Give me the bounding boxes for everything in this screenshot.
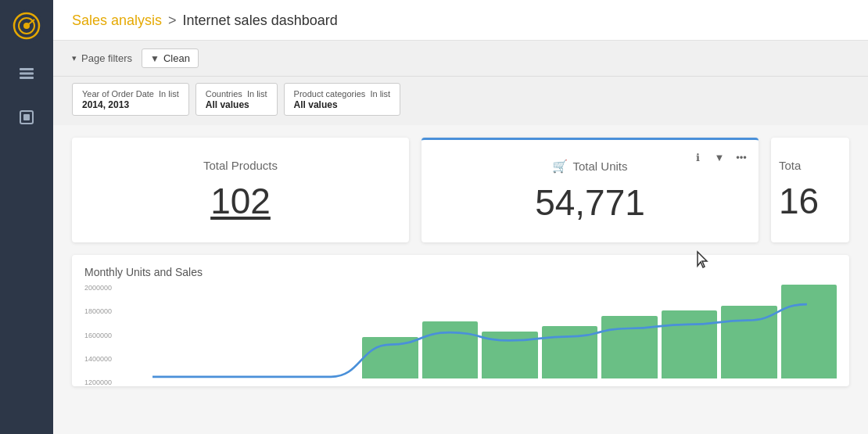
chevron-down-icon: ▾ [72, 53, 77, 63]
svg-rect-4 [20, 68, 34, 70]
chip-categories-label: Product categories In list [294, 89, 391, 99]
bar-7 [542, 326, 598, 378]
box-icon [17, 108, 36, 127]
bar-9 [662, 310, 718, 378]
info-icon[interactable]: ℹ [688, 148, 707, 167]
kpi-row: Total Products 102 ℹ ▼ ••• 🛒 Total Units… [72, 138, 849, 242]
svg-rect-8 [23, 114, 30, 120]
clean-button[interactable]: ▼ Clean [142, 48, 199, 68]
sidebar-item-layers[interactable] [14, 61, 39, 86]
kpi-partial-title: Tota [779, 159, 801, 172]
page-filters-label: Page filters [81, 52, 132, 64]
page-filters-toggle[interactable]: ▾ Page filters [72, 52, 132, 64]
filter-bar: ▾ Page filters ▼ Clean [53, 41, 868, 77]
chip-categories-value: All values [294, 99, 391, 110]
bar-11 [781, 285, 838, 378]
filter-icon: ▼ [150, 53, 160, 64]
breadcrumb: Sales analysis > Internet sales dashboar… [72, 13, 849, 29]
bar-4 [362, 337, 418, 378]
chart-bars [123, 285, 837, 378]
kpi-partial: Tota 16 [771, 138, 849, 242]
filter-chip-categories[interactable]: Product categories In list All values [284, 83, 401, 116]
kpi-units-value: 54,771 [535, 181, 645, 224]
y-label-2: 1800000 [84, 308, 112, 315]
breadcrumb-link[interactable]: Sales analysis [72, 13, 162, 29]
chart-y-axis: 2000000 1800000 1600000 1400000 1200000 [84, 285, 112, 386]
chip-countries-value: All values [206, 99, 267, 110]
svg-rect-5 [20, 73, 34, 75]
filter-chip-year[interactable]: Year of Order Date In list 2014, 2013 [72, 83, 189, 116]
app-logo[interactable] [10, 9, 43, 42]
more-icon[interactable]: ••• [732, 148, 751, 167]
y-label-1: 2000000 [84, 285, 112, 292]
main-content: Sales analysis > Internet sales dashboar… [53, 0, 868, 434]
breadcrumb-separator: > [168, 13, 177, 29]
filter-chip-countries[interactable]: Countries In list All values [195, 83, 278, 116]
layers-icon [17, 64, 36, 83]
kpi-products-value: 102 [210, 180, 271, 222]
sidebar [0, 0, 53, 434]
kpi-units-actions: ℹ ▼ ••• [688, 148, 751, 167]
chart-title: Monthly Units and Sales [84, 266, 837, 278]
sidebar-item-box[interactable] [14, 105, 39, 130]
content-area: Total Products 102 ℹ ▼ ••• 🛒 Total Units… [53, 125, 868, 434]
clean-label: Clean [163, 52, 190, 64]
y-label-3: 1600000 [84, 332, 112, 339]
radar-icon [13, 12, 41, 40]
cart-icon: 🛒 [552, 159, 568, 174]
svg-rect-6 [20, 77, 34, 79]
bar-5 [422, 321, 479, 378]
kpi-partial-value: 16 [779, 180, 819, 222]
chip-year-value: 2014, 2013 [82, 99, 179, 110]
kpi-total-units: ℹ ▼ ••• 🛒 Total Units 54,771 [421, 138, 759, 242]
kpi-products-title: Total Products [203, 159, 278, 172]
page-title: Internet sales dashboard [183, 13, 338, 29]
chart-body [123, 285, 837, 378]
bar-8 [601, 316, 658, 378]
bar-6 [482, 332, 538, 378]
chip-countries-label: Countries In list [206, 89, 267, 99]
bar-10 [721, 306, 777, 378]
y-label-5: 1200000 [84, 379, 112, 386]
filter-chips-container: Year of Order Date In list 2014, 2013 Co… [53, 77, 868, 125]
chip-year-label: Year of Order Date In list [82, 89, 179, 99]
kpi-units-title: 🛒 Total Units [552, 159, 627, 174]
filter-action-icon[interactable]: ▼ [710, 148, 729, 167]
y-label-4: 1400000 [84, 356, 112, 363]
kpi-total-products: Total Products 102 [72, 138, 409, 242]
page-header: Sales analysis > Internet sales dashboar… [53, 0, 868, 41]
chart-section: Monthly Units and Sales 2000000 1800000 … [72, 255, 849, 386]
